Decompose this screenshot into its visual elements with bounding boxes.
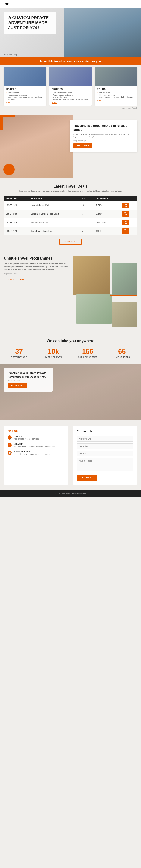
stats-title: We can take you anywhere [4,339,137,343]
contact-location-info: LOCATION 121 Rock Street, 21 Avenue, New… [13,443,56,448]
contact-left-panel: FIND US 📞 CALL US (+39) 549 855, (+1) 23… [4,426,68,485]
view-trip-btn-3[interactable]: VIEWTRIP [122,220,129,225]
row1-action[interactable]: VIEWTRIP [120,201,137,210]
stat-destinations-label: DESTINATIONS [4,356,34,358]
stat-destinations: 37 DESTINATIONS [4,348,34,358]
row4-trip: Cape Town to Cape Town [29,227,80,236]
row1-price: 1.752 € [94,201,120,210]
table-row: 13 SEP 2023 Zanzibar to Zanzibar North C… [4,210,137,218]
deals-table-body: 13 SEP 2023 Iguazu to Iguazu Falls 15 1.… [4,201,137,236]
row4-price: 169 € [94,227,120,236]
service-card-tours: TOURS Preferred rates 200+ vetted provid… [95,67,137,105]
programme-image-2 [112,263,137,295]
location-value: 121 Rock Street, 21 Avenue, New York, NY… [13,445,56,448]
travel-stress-card: Traveling is a good method to release st… [70,120,137,152]
hotels-more-link[interactable]: MORE [6,101,11,103]
contact-call-item: 📞 CALL US (+39) 549 855, (+1) 234-567-89… [7,435,65,440]
tours-features: Preferred rates 200+ vetted providers Ac… [97,92,135,98]
first-name-field-container [76,436,134,442]
submit-button[interactable]: SUBMIT [76,475,97,481]
services-grid: HOTELS Breakfast daily 4-pc dining at re… [4,67,137,105]
hotels-feature-1: Breakfast daily [6,92,44,94]
cruises-feature-4: Private port tours, shipboard credits, a… [51,98,90,101]
view-trip-btn-2[interactable]: VIEWTRIP [122,211,129,217]
message-field-container [76,458,134,472]
experience-section: Experience a Custom Private Adventure Ma… [0,364,141,421]
row4-departure: 13 SEP 2023 [4,227,29,236]
tours-image [95,67,137,86]
stat-clients-label: HAPPY CLIENTS [38,356,69,358]
travel-stress-section: Traveling is a good method to release st… [0,115,141,179]
deals-header-row: DEPARTURE TRIP NAME DAYS FROM PRICE [4,196,137,201]
contact-call-info: CALL US (+39) 549 855, (+1) 234-567-8901 [13,435,39,440]
hotels-feature-2: 4-pc dining at resort credit [6,94,44,96]
col-price: FROM PRICE [94,196,120,201]
experience-title: Experience a Custom Private Adventure Ma… [7,371,49,378]
hotels-feature-3: Guided tours, resort amenities and exper… [6,96,44,100]
row2-action[interactable]: VIEWTRIP [120,210,137,218]
hero-people-image [64,8,141,57]
unique-programmes-section: Unique Travel Programmes Sed ut perspici… [0,250,141,333]
read-more-button[interactable]: READ MORE [60,239,81,245]
contact-grid: FIND US 📞 CALL US (+39) 549 855, (+1) 23… [4,426,137,485]
unique-programmes-right [73,256,137,328]
last-name-field-container [76,443,134,449]
cruises-more-link[interactable]: MORE [51,102,57,104]
cruises-body: CRUISES Dedicated onboard hosts Private … [49,86,92,105]
stress-image-credit: Image from Freepik [73,140,134,142]
deals-subtitle: Lorem ipsum dolor sit amet, consectetur … [4,190,137,192]
view-trip-btn-4[interactable]: VIEWTRIP [122,228,129,234]
stress-description: Duis aute irure dolor in reprehenderit i… [73,133,134,138]
hero-image [64,8,141,57]
contact-location-item: 📍 LOCATION 121 Rock Street, 21 Avenue, N… [7,443,65,448]
row3-action[interactable]: VIEWTRIP [120,218,137,227]
tours-more-link[interactable]: MORE [97,99,102,101]
location-icon: 📍 [7,443,12,447]
footer: © 2024 Travel Agency. All rights reserve… [0,490,141,497]
stat-clients-num: 10k [38,348,69,355]
services-section: HOTELS Breakfast daily 4-pc dining at re… [0,65,141,115]
contact-hours-info: BUSINESS HOURS Mon – Fri ….. 9 am – 6 pm… [13,451,50,456]
hotels-image [4,67,46,86]
book-now-button[interactable]: BOOK NOW [73,143,92,148]
deals-table-header: DEPARTURE TRIP NAME DAYS FROM PRICE [4,196,137,201]
col-days: DAYS [80,196,94,201]
phone-icon: 📞 [7,435,12,439]
first-name-input[interactable] [76,436,134,442]
row2-trip: Zanzibar to Zanzibar North Coast [29,210,80,218]
tours-title: TOURS [97,88,135,90]
email-input[interactable] [76,451,134,456]
contact-section: FIND US 📞 CALL US (+39) 549 855, (+1) 23… [0,421,141,490]
stat-ideas-num: 65 [107,348,137,355]
services-image-credit: Images from Freepik [4,107,137,109]
footer-text: © 2024 Travel Agency. All rights reserve… [55,492,86,494]
hero-image-credit: Image from Freepik [4,54,19,56]
unique-image-credit: Images from Freepik [4,273,68,275]
experience-book-now-button[interactable]: BOOK NOW [7,383,27,388]
message-textarea[interactable] [76,458,134,471]
stat-coffee: 156 CUPS OF COFFEE [72,348,103,358]
contact-hours-item: 🕐 BUSINESS HOURS Mon – Fri ….. 9 am – 6 … [7,451,65,456]
row1-trip: Iguazu to Iguazu Falls [29,201,80,210]
stats-grid: 37 DESTINATIONS 10k HAPPY CLIENTS 156 CU… [4,348,137,358]
row1-departure: 13 SEP 2023 [4,201,29,210]
hero-orange-bar: Incredible travel experiences, curated f… [0,57,141,65]
hours-label: BUSINESS HOURS [13,451,50,453]
table-row: 13 SEP 2023 Iguazu to Iguazu Falls 15 1.… [4,201,137,210]
hero-text-box: A CUSTOM PRIVATE ADVENTURE MADE JUST FOR… [4,12,57,34]
view-all-tours-button[interactable]: VIEW ALL TOURS [4,277,28,282]
stats-section: We can take you anywhere 37 DESTINATIONS… [0,333,141,364]
stat-coffee-label: CUPS OF COFFEE [72,356,103,358]
tours-body: TOURS Preferred rates 200+ vetted provid… [95,86,137,103]
cruises-feature-1: Dedicated onboard hosts [51,92,90,94]
last-name-input[interactable] [76,443,134,449]
view-trip-btn-1[interactable]: VIEWTRIP [122,203,129,208]
col-action [120,196,137,201]
stat-happy-clients: 10k HAPPY CLIENTS [38,348,69,358]
unique-programmes-left: Unique Travel Programmes Sed ut perspici… [4,256,68,282]
hotels-features: Breakfast daily 4-pc dining at resort cr… [6,92,44,100]
call-us-label: CALL US [13,435,39,437]
menu-icon[interactable]: ☰ [134,2,137,6]
row4-action[interactable]: VIEWTRIP [120,227,137,236]
stress-title: Traveling is a good method to release st… [73,124,134,132]
